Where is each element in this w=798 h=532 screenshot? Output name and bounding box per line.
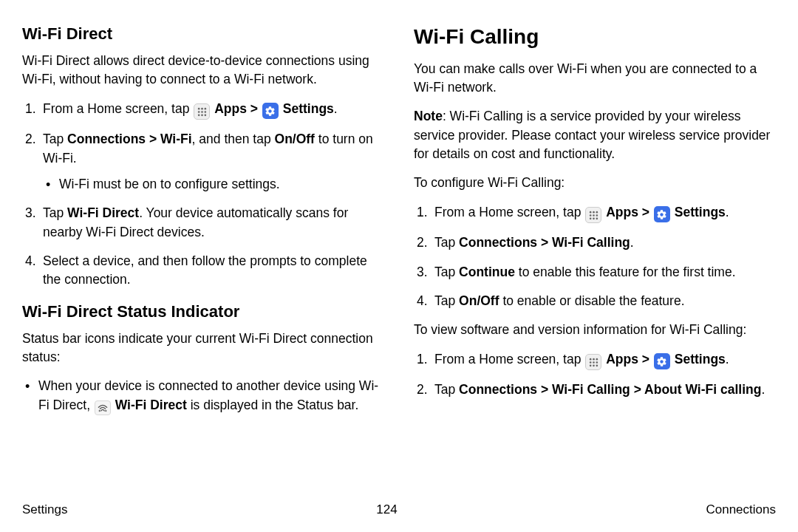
vstep-1: 1. From a Home screen, tap Apps > Settin… — [414, 350, 776, 371]
svg-point-25 — [593, 364, 595, 366]
svg-point-0 — [198, 108, 200, 110]
svg-point-17 — [596, 217, 598, 219]
svg-point-18 — [590, 358, 592, 361]
svg-point-11 — [596, 211, 598, 214]
t: Apps — [606, 352, 638, 366]
cstep-2: 2. Tap Connections > Wi-Fi Calling. — [414, 233, 776, 252]
t: Wi-Fi Direct — [67, 205, 139, 220]
t: to enable or disable the feature. — [499, 293, 685, 308]
svg-point-9 — [590, 211, 592, 214]
t: Connections > Wi-Fi Calling — [459, 235, 630, 250]
svg-point-12 — [590, 214, 592, 216]
t: Tap — [434, 235, 459, 250]
footer-right: Connections — [706, 502, 776, 517]
apps-icon — [585, 207, 601, 223]
t: On/Off — [459, 293, 499, 308]
t: Tap — [434, 265, 459, 279]
view-intro: To view software and version information… — [414, 321, 776, 339]
t: Settings — [675, 352, 726, 366]
svg-point-1 — [201, 108, 203, 110]
step-3: 3. Tap Wi-Fi Direct. Your device automat… — [22, 204, 384, 242]
t: > — [642, 352, 649, 366]
svg-point-7 — [201, 114, 203, 116]
left-column: Wi-Fi Direct Wi-Fi Direct allows direct … — [22, 22, 384, 488]
t: > — [642, 205, 649, 219]
t: Connections > Wi-Fi — [67, 132, 192, 146]
wifi-direct-icon — [95, 400, 111, 415]
wifi-direct-intro: Wi-Fi Direct allows direct device-to-dev… — [22, 52, 384, 89]
t: to enable this feature for the first tim… — [515, 265, 736, 279]
step-4: 4. Select a device, and then follow the … — [22, 252, 384, 290]
t: From a Home screen, tap — [434, 352, 584, 366]
apps-icon — [194, 103, 210, 120]
config-steps: 1. From a Home screen, tap Apps > Settin… — [414, 203, 776, 311]
heading-wifi-calling: Wi-Fi Calling — [414, 22, 776, 52]
status-item: When your device is connected to another… — [22, 377, 384, 415]
sub-bullet: Wi-Fi must be on to configure settings. — [43, 175, 384, 194]
svg-point-16 — [593, 217, 595, 219]
status-intro: Status bar icons indicate your current W… — [22, 330, 384, 367]
page-footer: Settings 124 Connections — [22, 502, 776, 517]
settings-icon — [262, 103, 279, 119]
wifi-direct-steps: 1. From a Home screen, tap Apps > Settin… — [22, 100, 384, 290]
t: On/Off — [275, 132, 315, 146]
t: Tap — [434, 382, 459, 397]
svg-point-14 — [596, 214, 598, 216]
note-text: : Wi-Fi Calling is a service provided by… — [414, 109, 770, 161]
t: Tap — [43, 205, 67, 220]
svg-point-5 — [204, 111, 206, 113]
svg-point-2 — [204, 108, 206, 110]
gt: > — [250, 101, 258, 116]
status-bullets: When your device is connected to another… — [22, 377, 384, 415]
svg-point-8 — [204, 114, 206, 116]
apps-icon — [585, 354, 601, 370]
svg-point-23 — [596, 361, 598, 364]
svg-point-21 — [590, 361, 592, 364]
config-intro: To configure Wi-Fi Calling: — [414, 174, 776, 192]
step-text: From a Home screen, tap — [43, 101, 193, 116]
t: is displayed in the Status bar. — [187, 398, 359, 412]
cstep-3: 3. Tap Continue to enable this feature f… — [414, 263, 776, 282]
t: , and then tap — [192, 132, 275, 146]
svg-point-22 — [593, 361, 595, 364]
calling-note: Note: Wi-Fi Calling is a service provide… — [414, 107, 776, 163]
footer-page-number: 124 — [376, 502, 397, 517]
step-1: 1. From a Home screen, tap Apps > Settin… — [22, 100, 384, 120]
heading-wifi-direct: Wi-Fi Direct — [22, 22, 384, 46]
settings-icon — [654, 206, 670, 222]
svg-point-20 — [596, 358, 598, 361]
t: From a Home screen, tap — [434, 205, 584, 219]
svg-point-6 — [198, 114, 200, 116]
view-steps: 1. From a Home screen, tap Apps > Settin… — [414, 350, 776, 400]
svg-point-26 — [596, 364, 598, 366]
two-column-layout: Wi-Fi Direct Wi-Fi Direct allows direct … — [22, 22, 776, 488]
cstep-4: 4. Tap On/Off to enable or disable the f… — [414, 292, 776, 310]
t: Tap — [43, 132, 67, 146]
apps-label: Apps — [214, 101, 247, 116]
t: Settings — [675, 205, 726, 219]
vstep-2: 2. Tap Connections > Wi-Fi Calling > Abo… — [414, 381, 776, 399]
note-label: Note — [414, 109, 443, 123]
svg-point-13 — [593, 214, 595, 216]
t: Tap — [434, 293, 459, 308]
calling-intro: You can make calls over Wi-Fi when you a… — [414, 60, 776, 98]
svg-point-19 — [593, 358, 595, 361]
heading-status-indicator: Wi-Fi Direct Status Indicator — [22, 300, 384, 324]
t: Wi-Fi Direct — [115, 398, 187, 412]
settings-label: Settings — [283, 101, 334, 116]
t: Continue — [459, 265, 515, 279]
sub-item: Wi-Fi must be on to configure settings. — [43, 175, 384, 194]
svg-point-3 — [198, 111, 200, 113]
svg-point-10 — [593, 211, 595, 214]
right-column: Wi-Fi Calling You can make calls over Wi… — [414, 22, 776, 488]
footer-left: Settings — [22, 502, 67, 517]
svg-point-24 — [590, 364, 592, 366]
svg-point-4 — [201, 111, 203, 113]
t: Select a device, and then follow the pro… — [43, 253, 367, 287]
svg-point-15 — [590, 217, 592, 219]
t: Apps — [606, 205, 638, 219]
settings-icon — [654, 353, 670, 369]
step-2: 2. Tap Connections > Wi-Fi, and then tap… — [22, 130, 384, 194]
cstep-1: 1. From a Home screen, tap Apps > Settin… — [414, 203, 776, 224]
t: Connections > Wi-Fi Calling > About Wi-F… — [459, 382, 761, 397]
